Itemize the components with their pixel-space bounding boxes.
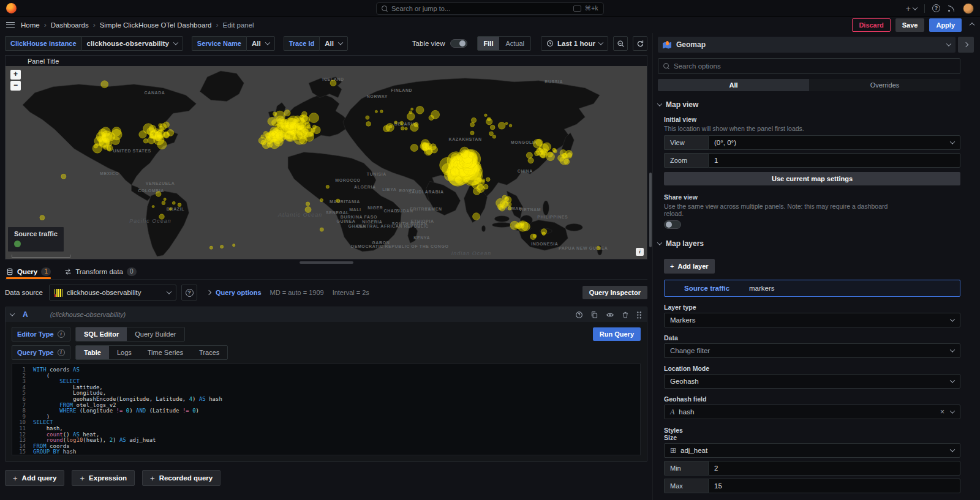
query-row-header[interactable]: A (clickhouse-observability): [6, 307, 647, 322]
sql-line[interactable]: 9 ): [12, 414, 640, 420]
duplicate-query-icon[interactable]: [590, 311, 598, 319]
traffic-marker[interactable]: [209, 246, 213, 249]
hide-response-eye-icon[interactable]: [606, 311, 614, 319]
traffic-marker[interactable]: [164, 132, 170, 138]
query-collapse-icon[interactable]: [10, 311, 15, 316]
zoom-input[interactable]: 1: [708, 153, 960, 168]
refresh-button[interactable]: [633, 36, 647, 51]
traffic-marker[interactable]: [410, 124, 418, 132]
variable-service-name[interactable]: Service Name All: [192, 36, 275, 51]
traffic-marker[interactable]: [541, 229, 547, 235]
drag-handle-icon[interactable]: [636, 311, 642, 319]
query-options-expand-icon[interactable]: [206, 290, 211, 295]
traffic-marker[interactable]: [486, 119, 492, 125]
use-current-map-settings-button[interactable]: Use current map settings: [664, 172, 960, 185]
traffic-marker[interactable]: [553, 149, 557, 153]
data-select[interactable]: Change filter: [664, 343, 960, 358]
clear-icon[interactable]: ×: [940, 408, 944, 416]
add-layer-button[interactable]: +Add layer: [664, 259, 715, 274]
geohash-field-select[interactable]: Ahash×: [664, 405, 960, 419]
query-help-icon[interactable]: [575, 311, 583, 319]
traffic-marker[interactable]: [270, 138, 280, 149]
fill-option[interactable]: Fill: [478, 37, 500, 50]
traffic-marker[interactable]: [40, 215, 45, 220]
add-query-button[interactable]: +Add query: [5, 470, 64, 486]
traffic-marker[interactable]: [274, 111, 285, 121]
tab-query[interactable]: Query 1: [6, 265, 51, 278]
traffic-marker[interactable]: [156, 192, 161, 197]
options-search-input[interactable]: [674, 62, 955, 70]
traffic-marker[interactable]: [330, 80, 336, 86]
visualization-picker[interactable]: Geomap: [658, 37, 956, 53]
grafana-logo-icon[interactable]: [6, 3, 17, 13]
query-options-link[interactable]: Query options: [216, 289, 262, 296]
traffic-marker[interactable]: [172, 201, 175, 204]
traffic-marker[interactable]: [518, 221, 529, 231]
sql-editor[interactable]: 1WITH coords AS2 (3 SELECT4 Latitude,5 L…: [12, 364, 641, 455]
news-icon[interactable]: [948, 4, 956, 12]
traffic-marker[interactable]: [306, 202, 309, 206]
sql-line[interactable]: 4 Latitude,: [12, 385, 640, 391]
layer-type-select[interactable]: Markers: [664, 313, 960, 327]
min-input[interactable]: 2: [708, 461, 960, 476]
tab-transform-data[interactable]: Transform data 0: [64, 265, 137, 278]
sql-line[interactable]: 10SELECT: [12, 420, 640, 426]
sql-line[interactable]: 8 WHERE (Longitude != 0) AND (Latitude !…: [12, 408, 640, 414]
query-type-table[interactable]: Table: [76, 346, 109, 359]
traffic-marker[interactable]: [336, 199, 340, 203]
menu-toggle-icon[interactable]: [6, 22, 15, 28]
sql-line[interactable]: 11 hash,: [12, 426, 640, 432]
query-type-traces[interactable]: Traces: [191, 346, 227, 359]
traffic-marker[interactable]: [61, 174, 66, 179]
section-map-view[interactable]: Map view: [658, 100, 960, 109]
map-attribution-button[interactable]: i: [636, 248, 644, 256]
scrollbar[interactable]: [649, 173, 652, 247]
collapse-toolbar-icon[interactable]: [970, 23, 974, 28]
breadcrumb-dashboards[interactable]: Dashboards: [51, 21, 89, 29]
traffic-marker[interactable]: [410, 144, 418, 151]
sql-line[interactable]: 15GROUP BY hash: [12, 449, 640, 455]
traffic-marker[interactable]: [473, 213, 480, 220]
run-query-button[interactable]: Run Query: [593, 327, 641, 341]
traffic-marker[interactable]: [157, 140, 167, 149]
traffic-marker[interactable]: [431, 110, 440, 119]
map-zoom-in-button[interactable]: +: [10, 70, 21, 80]
variable-trace-id[interactable]: Trace Id All: [284, 36, 348, 51]
traffic-marker[interactable]: [526, 152, 532, 159]
traffic-marker[interactable]: [431, 146, 437, 153]
view-select[interactable]: (0°, 0°): [708, 135, 960, 150]
options-search[interactable]: [658, 58, 960, 74]
traffic-marker[interactable]: [366, 116, 369, 119]
traffic-marker[interactable]: [309, 113, 318, 123]
traffic-marker[interactable]: [470, 122, 475, 127]
global-search[interactable]: ⌘+k: [376, 2, 604, 15]
geomap-canvas[interactable]: RUSSIACANADAUNITED STATESMEXICOICELANDNO…: [6, 66, 647, 259]
traffic-marker[interactable]: [366, 122, 371, 127]
sql-line[interactable]: 2 (: [12, 373, 640, 379]
traffic-marker[interactable]: [380, 110, 383, 113]
variable-clickhouse-instance[interactable]: ClickHouse instance clickhouse-observabi…: [5, 36, 183, 51]
traffic-marker[interactable]: [481, 179, 485, 182]
traffic-marker[interactable]: [271, 132, 275, 136]
traffic-marker[interactable]: [285, 124, 290, 129]
breadcrumb-home[interactable]: Home: [21, 21, 40, 29]
traffic-marker[interactable]: [312, 125, 316, 129]
traffic-marker[interactable]: [326, 185, 329, 188]
traffic-marker[interactable]: [268, 118, 276, 125]
traffic-marker[interactable]: [401, 127, 404, 130]
help-icon[interactable]: ?: [932, 4, 940, 12]
traffic-marker[interactable]: [504, 196, 511, 204]
section-map-layers[interactable]: Map layers: [658, 239, 960, 248]
collapse-options-button[interactable]: [958, 37, 974, 53]
panel-title[interactable]: Panel Title: [6, 56, 647, 66]
traffic-marker[interactable]: [394, 121, 398, 124]
sql-line[interactable]: 1WITH coords AS: [12, 367, 640, 373]
traffic-marker[interactable]: [492, 135, 496, 139]
table-view-toggle[interactable]: [450, 39, 467, 48]
traffic-marker[interactable]: [489, 132, 493, 136]
traffic-marker[interactable]: [102, 133, 112, 143]
tab-overrides[interactable]: Overrides: [809, 79, 960, 91]
save-button[interactable]: Save: [895, 18, 925, 32]
layer-row-source-traffic[interactable]: Source traffic markers: [664, 280, 960, 297]
traffic-marker[interactable]: [320, 228, 323, 231]
